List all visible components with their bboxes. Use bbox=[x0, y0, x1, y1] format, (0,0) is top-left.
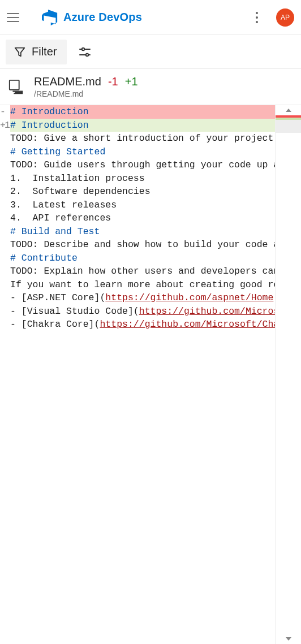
diff-viewer: -# Introduction+1# IntroductionTODO: Giv… bbox=[0, 105, 301, 644]
file-name: README.md bbox=[34, 74, 101, 89]
code-content: - [ASP.NET Core](https://github.com/aspn… bbox=[10, 291, 275, 305]
svg-rect-4 bbox=[10, 80, 19, 89]
line-number bbox=[5, 172, 10, 185]
diff-mark: + bbox=[0, 119, 5, 132]
line-number bbox=[5, 158, 10, 172]
svg-point-2 bbox=[82, 47, 84, 50]
avatar[interactable]: AP bbox=[276, 8, 294, 27]
diff-line: 4. API references bbox=[0, 211, 275, 225]
minimap-block bbox=[276, 118, 301, 120]
diff-line: 2. Software dependencies bbox=[0, 185, 275, 198]
file-header: README.md -1 +1 /README.md bbox=[0, 69, 301, 105]
code-content: TODO: Describe and show how to build you… bbox=[10, 238, 275, 252]
more-menu-button[interactable] bbox=[248, 8, 266, 27]
diff-line: - [Visual Studio Code](https://github.co… bbox=[0, 305, 275, 318]
added-count: +1 bbox=[125, 74, 138, 89]
removed-count: -1 bbox=[108, 74, 118, 89]
line-number bbox=[5, 238, 10, 252]
line-number bbox=[5, 265, 10, 278]
line-number bbox=[5, 291, 10, 305]
line-number bbox=[5, 278, 10, 292]
code-content: - [Chakra Core](https://github.com/Micro… bbox=[10, 318, 275, 331]
line-number bbox=[5, 105, 10, 119]
diff-mark bbox=[0, 145, 5, 159]
code-content: - [Visual Studio Code](https://github.co… bbox=[10, 305, 275, 318]
diff-line: TODO: Guide users through getting your c… bbox=[0, 158, 275, 172]
app-header: Azure DevOps AP bbox=[0, 0, 301, 35]
diff-settings-button[interactable] bbox=[72, 40, 97, 64]
diff-mark bbox=[0, 291, 5, 305]
line-number bbox=[5, 305, 10, 318]
diff-line: If you want to learn more about creating… bbox=[0, 278, 275, 292]
line-number bbox=[5, 198, 10, 212]
code-content: 2. Software dependencies bbox=[10, 185, 275, 198]
azure-devops-logo-icon bbox=[42, 10, 58, 25]
code-content: 4. API references bbox=[10, 211, 275, 225]
line-number bbox=[5, 225, 10, 239]
line-number bbox=[5, 145, 10, 159]
minimap[interactable] bbox=[275, 105, 301, 644]
line-number bbox=[5, 132, 10, 145]
diff-line: - [Chakra Core](https://github.com/Micro… bbox=[0, 318, 275, 331]
line-number bbox=[5, 211, 10, 225]
diff-line: TODO: Describe and show how to build you… bbox=[0, 238, 275, 252]
diff-mark bbox=[0, 158, 5, 172]
diff-mark bbox=[0, 252, 5, 265]
diff-mark bbox=[0, 305, 5, 318]
diff-line: # Build and Test bbox=[0, 225, 275, 239]
code-content: # Introduction bbox=[10, 105, 275, 119]
code-content: TODO: Give a short introduction of your … bbox=[10, 132, 275, 145]
brand-label: Azure DevOps bbox=[63, 11, 142, 24]
diff-mark bbox=[0, 132, 5, 145]
code-content: TODO: Explain how other users and develo… bbox=[10, 265, 275, 278]
line-number bbox=[5, 185, 10, 198]
code-content: If you want to learn more about creating… bbox=[10, 278, 275, 292]
file-path: /README.md bbox=[34, 89, 138, 99]
diff-line: 1. Installation process bbox=[0, 172, 275, 185]
diff-line: 3. Latest releases bbox=[0, 198, 275, 212]
code-content: # Introduction bbox=[10, 119, 275, 132]
diff-mark bbox=[0, 198, 5, 212]
code-content: 3. Latest releases bbox=[10, 198, 275, 212]
code-content: # Build and Test bbox=[10, 225, 275, 239]
diff-line: TODO: Give a short introduction of your … bbox=[0, 132, 275, 145]
line-number: 1 bbox=[5, 119, 10, 132]
diff-mark: - bbox=[0, 105, 5, 119]
scroll-down-button[interactable] bbox=[276, 634, 301, 644]
diff-line: TODO: Explain how other users and develo… bbox=[0, 265, 275, 278]
code-content: # Getting Started bbox=[10, 145, 275, 159]
filter-icon bbox=[14, 46, 26, 58]
svg-point-3 bbox=[86, 53, 88, 55]
minimap-block bbox=[276, 115, 301, 118]
diff-mark bbox=[0, 225, 5, 239]
brand-area[interactable]: Azure DevOps bbox=[42, 10, 142, 25]
diff-line: # Getting Started bbox=[0, 145, 275, 159]
code-content: # Contribute bbox=[10, 252, 275, 265]
scroll-up-button[interactable] bbox=[276, 105, 301, 115]
diff-line: -# Introduction bbox=[0, 105, 275, 119]
filter-label: Filter bbox=[32, 45, 57, 58]
menu-button[interactable] bbox=[7, 8, 25, 27]
diff-body[interactable]: -# Introduction+1# IntroductionTODO: Giv… bbox=[0, 105, 275, 644]
diff-toolbar: Filter bbox=[0, 35, 301, 69]
diff-line: +1# Introduction bbox=[0, 119, 275, 132]
filter-button[interactable]: Filter bbox=[6, 40, 67, 64]
line-number bbox=[5, 318, 10, 331]
diff-mark bbox=[0, 211, 5, 225]
diff-line: - [ASP.NET Core](https://github.com/aspn… bbox=[0, 291, 275, 305]
minimap-block bbox=[276, 120, 301, 133]
diff-mark bbox=[0, 278, 5, 292]
diff-mark bbox=[0, 172, 5, 185]
diff-mark bbox=[0, 265, 5, 278]
file-compare-icon bbox=[8, 79, 25, 96]
line-number bbox=[5, 252, 10, 265]
diff-mark bbox=[0, 238, 5, 252]
code-content: TODO: Guide users through getting your c… bbox=[10, 158, 275, 172]
code-content: 1. Installation process bbox=[10, 172, 275, 185]
diff-mark bbox=[0, 318, 5, 331]
diff-line: # Contribute bbox=[0, 252, 275, 265]
diff-mark bbox=[0, 185, 5, 198]
sliders-icon bbox=[78, 45, 92, 59]
